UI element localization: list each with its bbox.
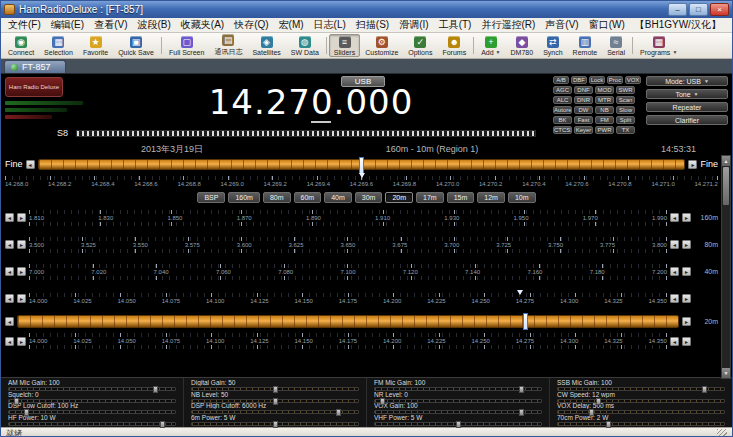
toolbar-button-synch[interactable]: ⇄Synch	[538, 34, 567, 57]
tab-ft-857[interactable]: FT-857	[4, 60, 66, 73]
grid-button-fast[interactable]: Fast	[574, 116, 593, 124]
slider-track[interactable]	[557, 399, 725, 403]
frequency-readout[interactable]: 14.270.000	[111, 84, 511, 120]
slider-track[interactable]	[557, 410, 725, 414]
grid-button-dnf[interactable]: DNF	[574, 86, 593, 94]
menu-item-波段-b[interactable]: 波段(B)	[132, 18, 175, 32]
menu-item-宏-m[interactable]: 宏(M)	[274, 18, 309, 32]
slider-track[interactable]	[8, 387, 176, 391]
menu-item-编辑-e[interactable]: 编辑(E)	[46, 18, 89, 32]
slider-track[interactable]	[374, 410, 542, 414]
grid-button-mtr[interactable]: MTR	[595, 96, 614, 104]
slider-thumb[interactable]	[606, 421, 611, 428]
toolbar-button-selection[interactable]: ▦Selection	[39, 34, 78, 57]
band-button-160m[interactable]: 160m	[228, 192, 260, 203]
scale-right-down-button[interactable]: ◄	[670, 267, 679, 276]
grid-button-keyer[interactable]: Keyer	[574, 126, 593, 134]
scale-right-down-button[interactable]: ◄	[670, 294, 679, 303]
grid-button-dbf[interactable]: DBF	[571, 76, 587, 84]
fine-slider-thumb[interactable]	[359, 157, 364, 174]
slider-thumb[interactable]	[14, 398, 19, 405]
scrollbar-down-icon[interactable]: ▼	[722, 368, 730, 378]
grid-button-proc[interactable]: Proc	[607, 76, 623, 84]
scale-right-down-button[interactable]: ◄	[670, 337, 679, 346]
minimize-button[interactable]: –	[668, 3, 687, 16]
grid-button-autore[interactable]: Autore	[553, 106, 572, 114]
slider-track[interactable]	[8, 399, 176, 403]
slider-track[interactable]	[557, 422, 725, 426]
slider-thumb[interactable]	[336, 409, 341, 416]
menu-item-查看-v[interactable]: 查看(V)	[89, 18, 132, 32]
slider-track[interactable]	[191, 399, 359, 403]
slider-track[interactable]	[374, 422, 542, 426]
slider-thumb[interactable]	[519, 386, 524, 393]
toolbar-button-add[interactable]: +Add▼	[476, 34, 505, 57]
scale-left-down-button[interactable]: ◄	[5, 294, 14, 303]
scale-left-down-button[interactable]: ◄	[5, 213, 14, 222]
menu-item-bh1gyw-汉化[interactable]: 【BH1GYW/汉化】	[630, 18, 726, 32]
grid-button-fm[interactable]: FM	[595, 116, 614, 124]
band-button-30m[interactable]: 30m	[355, 192, 383, 203]
slider-thumb[interactable]	[273, 386, 278, 393]
slider-track[interactable]	[557, 387, 725, 391]
slider-track[interactable]	[191, 387, 359, 391]
grid-button-nb[interactable]: NB	[595, 106, 614, 114]
slider-thumb[interactable]	[456, 421, 461, 428]
fine-tuning-slider[interactable]	[38, 159, 686, 170]
scale-left-up-button[interactable]: ►	[17, 240, 26, 249]
grid-button-mod[interactable]: MOD	[595, 86, 614, 94]
slider-thumb[interactable]	[589, 409, 594, 416]
slider-track[interactable]	[374, 387, 542, 391]
mode-panel-button-repeater[interactable]: Repeater	[646, 102, 728, 112]
grid-button-dnr[interactable]: DNR	[574, 96, 593, 104]
menu-item-并行遥控-r[interactable]: 并行遥控(R)	[476, 18, 540, 32]
maximize-button[interactable]: □	[689, 3, 708, 16]
main-band-slider[interactable]	[17, 315, 679, 328]
slider-thumb[interactable]	[273, 421, 278, 428]
scrollbar-up-icon[interactable]: ▲	[722, 156, 730, 166]
slider-track[interactable]	[191, 422, 359, 426]
toolbar-button-dm780[interactable]: ◆DM780	[506, 34, 539, 57]
scale-right-down-button[interactable]: ◄	[670, 213, 679, 222]
grid-button-agc[interactable]: AGC	[553, 86, 572, 94]
menu-item-工具-t[interactable]: 工具(T)	[434, 18, 477, 32]
grid-button-swr[interactable]: SWR	[616, 86, 635, 94]
toolbar-button-forums[interactable]: ☻Forums	[437, 34, 471, 57]
band-step-up-button[interactable]: ►	[682, 317, 691, 326]
menu-item-窗口-w[interactable]: 窗口(W)	[584, 18, 630, 32]
band-button-10m[interactable]: 10m	[508, 192, 536, 203]
scale-right-down-button[interactable]: ◄	[670, 240, 679, 249]
band-button-60m[interactable]: 60m	[294, 192, 322, 203]
menu-item-声音-v[interactable]: 声音(V)	[540, 18, 583, 32]
scale-left-up-button[interactable]: ►	[17, 337, 26, 346]
menu-item-快存-q[interactable]: 快存(Q)	[229, 18, 273, 32]
menu-item-滑调-i[interactable]: 滑调(I)	[394, 18, 433, 32]
band-button-40m[interactable]: 40m	[324, 192, 352, 203]
scale-right-up-button[interactable]: ►	[682, 267, 691, 276]
scale-left-down-button[interactable]: ◄	[5, 267, 14, 276]
scale-left-up-button[interactable]: ►	[17, 267, 26, 276]
main-band-slider-thumb[interactable]	[523, 313, 528, 330]
grid-button-dw[interactable]: DW	[574, 106, 593, 114]
slider-thumb[interactable]	[380, 398, 385, 405]
scrollbar-thumb[interactable]	[723, 167, 729, 205]
fine-step-down-button[interactable]: ◄	[26, 160, 35, 169]
scale-right-up-button[interactable]: ►	[682, 294, 691, 303]
band-button-17m[interactable]: 17m	[416, 192, 444, 203]
scale-right-up-button[interactable]: ►	[682, 213, 691, 222]
toolbar-button-satellites[interactable]: ◈Satellites	[247, 34, 285, 57]
grid-button-a-b[interactable]: A/B	[553, 76, 569, 84]
slider-thumb[interactable]	[702, 386, 707, 393]
scale-left-up-button[interactable]: ►	[17, 294, 26, 303]
mode-panel-button-mode-usb[interactable]: Mode: USB▼	[646, 76, 728, 86]
toolbar-button-quick-save[interactable]: ▣Quick Save	[113, 34, 159, 57]
grid-button-alc[interactable]: ALC	[553, 96, 572, 104]
band-area-scrollbar[interactable]: ▲ ▼	[721, 155, 731, 379]
grid-button-vox[interactable]: VOX	[625, 76, 641, 84]
grid-button-ctcss[interactable]: CTCSS	[553, 126, 572, 134]
grid-button-lock[interactable]: Lock	[589, 76, 605, 84]
grid-button-tx[interactable]: TX	[616, 126, 635, 134]
scale-left-up-button[interactable]: ►	[17, 213, 26, 222]
band-step-down-button[interactable]: ◄	[5, 317, 14, 326]
grid-button-scan[interactable]: Scan	[616, 96, 635, 104]
